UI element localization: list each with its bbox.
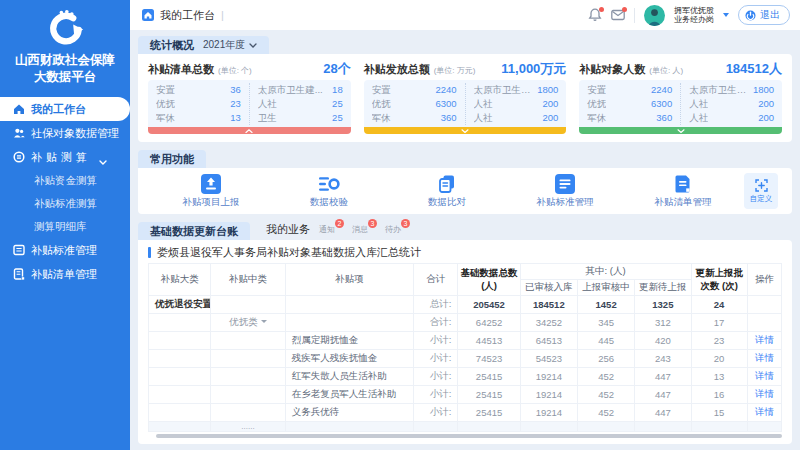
- chevron-down-icon: [461, 129, 469, 133]
- people-icon: [13, 127, 25, 139]
- cell-midclass: ......: [211, 422, 285, 432]
- sidebar-subitem-calc-detail[interactable]: 测算明细库: [0, 215, 130, 238]
- tab-ledger[interactable]: 基础数据更新台账: [138, 222, 250, 240]
- add-in-brackets-icon: [755, 179, 768, 192]
- sidebar-item-social-data[interactable]: 社保对象数据管理: [0, 121, 130, 145]
- cell-reviewing: 452: [577, 386, 634, 404]
- table-row-partial: ......: [149, 422, 782, 432]
- chevron-down-icon: [249, 43, 257, 48]
- sidebar-subitem-standard-calc[interactable]: 补贴标准测算: [0, 192, 130, 215]
- detail-link[interactable]: 详情: [755, 406, 774, 417]
- stat-subsidy-people: 补贴对象人数 (单位: 人) 184512人 安置2240 优抚6300 军休3…: [579, 60, 782, 134]
- badge-message[interactable]: 消息 3: [352, 224, 376, 235]
- func-data-compare[interactable]: 数据比对: [388, 174, 506, 209]
- func-label: 数据比对: [428, 196, 466, 209]
- customize-button[interactable]: 自定义: [744, 173, 778, 209]
- stat-head: 补贴发放总额 (单位: 万元) 11,000万元: [364, 60, 567, 76]
- stat-row-label: 优抚: [372, 97, 391, 111]
- cell-agg: 小计:: [414, 350, 458, 368]
- year-select[interactable]: 2021年度: [203, 38, 257, 52]
- app-root: 山西财政社会保障 大数据平台 我的工作台 社保对象数据管理 补贴测算: [0, 0, 800, 450]
- stat-col-right: 太原市卫生建...1800 人社200 人社200: [680, 83, 782, 125]
- col-header-category: 补贴大类: [149, 264, 211, 296]
- table-row: 残疾军人残疾抚恤金 小计: 74523 54523 256 243 20 详情: [149, 350, 782, 368]
- sidebar-subitem-fund-calc[interactable]: 补贴资金测算: [0, 169, 130, 192]
- cell-midclass[interactable]: 优抚类: [229, 316, 258, 327]
- stats-card: 补贴清单总数 (单位: 个) 28个 安置36 优抚23 军休13 太原市卫生建…: [138, 54, 792, 142]
- stat-row-value: 25: [332, 97, 343, 111]
- functions-section-title: 常用功能: [150, 152, 194, 167]
- stat-col-right: 太原市卫生建...18 人社25 卫生25: [249, 83, 351, 125]
- badge-notice[interactable]: 通知 2: [319, 224, 343, 235]
- detail-link[interactable]: 详情: [755, 370, 774, 381]
- stat-row-label: 人社: [474, 111, 493, 125]
- cell-batch: 17: [691, 314, 747, 332]
- badge-count: 3: [401, 219, 410, 228]
- func-list-mgmt[interactable]: 补贴清单管理: [624, 174, 742, 209]
- cell-batch: 20: [691, 350, 747, 368]
- cell-reviewing: 1452: [577, 296, 634, 314]
- ledger-subtitle: 娄烦县退役军人事务局补贴对象基础数据入库汇总统计: [148, 245, 782, 260]
- stat-row-label: 人社: [258, 97, 277, 111]
- mail-icon[interactable]: [611, 8, 625, 22]
- cell-batch: 13: [691, 368, 747, 386]
- sidebar-item-subsidy-calc[interactable]: 补贴测算: [0, 145, 130, 169]
- badge-label: 消息: [352, 225, 368, 234]
- stat-breakdown: 安置2240 优抚6300 军休360 太原市卫生建...1800 人社200 …: [364, 80, 567, 127]
- user-role[interactable]: 拥军优抚股 业务经办岗: [674, 6, 714, 25]
- func-subsidy-upload[interactable]: 补贴项目上报: [152, 174, 270, 209]
- stat-expand-bar[interactable]: [579, 127, 782, 134]
- stat-col-left: 安置36 优抚23 军休13: [148, 83, 249, 125]
- functions-section-header: 常用功能: [138, 150, 792, 168]
- stat-unit: (单位: 人): [649, 65, 683, 76]
- cell-base: 44513: [458, 332, 520, 350]
- col-header-agg: 合计: [414, 264, 458, 296]
- cell-pending: 447: [635, 404, 691, 422]
- sidebar-item-standard-mgmt[interactable]: 补贴标准管理: [0, 238, 130, 262]
- stat-head: 补贴对象人数 (单位: 人) 184512人: [579, 60, 782, 76]
- stat-col-left: 安置2240 优抚6300 军休360: [364, 83, 465, 125]
- customize-label: 自定义: [750, 194, 773, 204]
- bell-icon[interactable]: [588, 8, 602, 22]
- sidebar-item-list-mgmt[interactable]: 补贴清单管理: [0, 262, 130, 286]
- user-avatar[interactable]: [644, 5, 665, 26]
- breadcrumb-text: 我的工作台: [160, 8, 215, 23]
- stat-title: 补贴发放总额: [364, 62, 430, 77]
- detail-link[interactable]: 详情: [755, 352, 774, 363]
- stat-row-value: 2240: [435, 83, 456, 97]
- stat-expand-bar[interactable]: [364, 127, 567, 134]
- cell-base: 64252: [458, 314, 520, 332]
- detail-link[interactable]: 详情: [755, 388, 774, 399]
- stat-row-label: 人社: [474, 97, 493, 111]
- user-role-line1: 拥军优抚股: [674, 6, 714, 16]
- badge-todo[interactable]: 待办 3: [385, 224, 409, 235]
- functions-section-chip: 常用功能: [138, 150, 206, 168]
- horizontal-scrollbar[interactable]: [156, 434, 782, 438]
- func-data-verify[interactable]: 数据校验: [270, 174, 388, 209]
- main-area: 我的工作台 | 拥军优抚股 业务经办岗: [130, 0, 800, 450]
- sidebar-item-workbench[interactable]: 我的工作台: [0, 97, 130, 121]
- table-row: 优抚类 合计: 64252 34252 345 312 17: [149, 314, 782, 332]
- col-header-group: 其中: (人): [520, 264, 691, 280]
- brand-title-line1: 山西财政社会保障: [0, 52, 130, 69]
- cell-item: 烈属定期抚恤金: [285, 332, 414, 350]
- cell-category[interactable]: 优抚退役安置类: [155, 298, 211, 309]
- detail-link[interactable]: 详情: [755, 334, 774, 345]
- cell-base: 74523: [458, 350, 520, 368]
- stat-row-label: 军休: [587, 111, 606, 125]
- stat-unit: (单位: 个): [218, 65, 252, 76]
- logout-button[interactable]: 退出: [738, 5, 790, 25]
- ledger-tabs: 基础数据更新台账 我的业务 通知 2 消息 3 待办 3: [138, 222, 792, 240]
- stat-row-value: 13: [230, 111, 241, 125]
- stat-expand-bar[interactable]: [148, 127, 351, 134]
- caret-down-icon[interactable]: [723, 13, 729, 17]
- func-standard-mgmt[interactable]: 补贴标准管理: [506, 174, 624, 209]
- stat-title: 补贴对象人数: [579, 62, 645, 77]
- standard-grid-icon: [555, 174, 575, 194]
- stat-row-value: 200: [758, 97, 774, 111]
- tab-my-business[interactable]: 我的业务 通知 2 消息 3 待办 3: [266, 222, 409, 240]
- list-doc-icon: [673, 174, 693, 194]
- stat-row-label: 安置: [372, 83, 391, 97]
- stat-row-label: 优抚: [587, 97, 606, 111]
- stat-row-value: 2240: [651, 83, 672, 97]
